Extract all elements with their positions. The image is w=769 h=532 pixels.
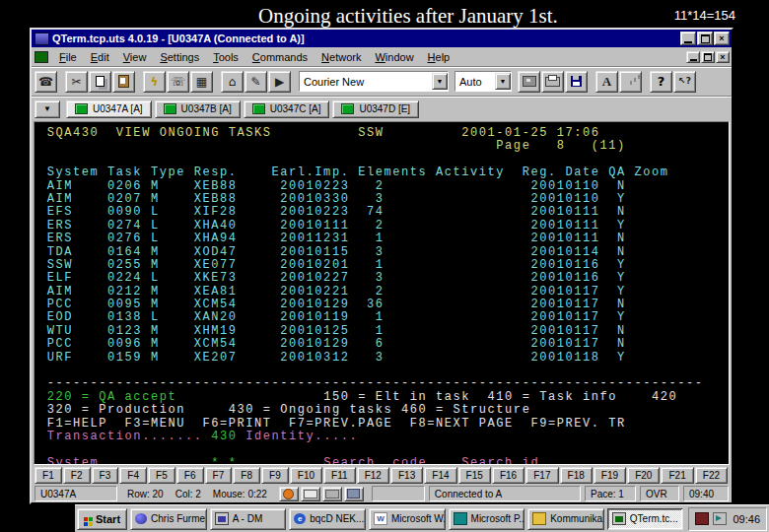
fkey-button-f17[interactable]: F17 bbox=[525, 467, 558, 484]
connect-icon[interactable]: ☎ bbox=[35, 71, 57, 93]
status-row: Row: 20 bbox=[121, 489, 170, 499]
fkey-button-f15[interactable]: F15 bbox=[458, 467, 491, 484]
size-select[interactable]: Auto ▼ bbox=[454, 71, 512, 92]
size-select-arrow-icon[interactable]: ▼ bbox=[495, 73, 511, 90]
terminal-line: PCC 0095 M XCM54 20010129 36 20010117 N bbox=[38, 299, 729, 311]
copy-icon[interactable] bbox=[89, 71, 111, 93]
close-button[interactable]: × bbox=[714, 32, 730, 45]
fkey-button-f7[interactable]: F7 bbox=[205, 467, 233, 484]
transfer-icon[interactable] bbox=[518, 71, 540, 93]
size-select-value: Auto bbox=[455, 76, 495, 88]
function-key-bar: F1F2F3F4F5F6F7F8F9F10F11F12F13F14F15F16F… bbox=[32, 465, 732, 485]
mdi-minimize-button[interactable] bbox=[686, 51, 700, 63]
menu-item-tools[interactable]: Tools bbox=[206, 49, 245, 65]
session-tab-label: U0347A [A] bbox=[93, 103, 143, 114]
print-status-icon[interactable] bbox=[322, 487, 342, 501]
phone-icon[interactable]: ☏ bbox=[167, 71, 189, 93]
fkey-button-f1[interactable]: F1 bbox=[35, 467, 62, 484]
edit-icon[interactable]: ✎ bbox=[245, 71, 267, 93]
fkey-button-f3[interactable]: F3 bbox=[92, 467, 119, 484]
fkey-button-f12[interactable]: F12 bbox=[357, 467, 389, 484]
slide-title: Ongoing activities after January 1st. bbox=[258, 4, 558, 29]
context-help-icon[interactable]: ↖? bbox=[673, 71, 696, 93]
status-bar: U0347A Row: 20 Col: 2 Mouse: 0:22 Connec… bbox=[32, 485, 732, 502]
task-button-qterm[interactable]: QTerm.tc... bbox=[607, 508, 684, 530]
fkey-button-f5[interactable]: F5 bbox=[148, 467, 175, 484]
task-button-label: Kommunika... bbox=[550, 513, 604, 524]
start-button-label: Start bbox=[96, 513, 120, 525]
font-select-arrow-icon[interactable]: ▼ bbox=[432, 73, 448, 90]
keyboard-status-icon[interactable] bbox=[301, 487, 320, 501]
menu-item-commands[interactable]: Commands bbox=[245, 49, 315, 65]
poll-status-icon[interactable] bbox=[279, 487, 299, 501]
font-select[interactable]: Courier New ▼ bbox=[299, 71, 449, 92]
fkey-button-f10[interactable]: F10 bbox=[290, 467, 322, 484]
menu-item-help[interactable]: Help bbox=[421, 49, 457, 65]
fkey-button-f19[interactable]: F19 bbox=[594, 467, 626, 484]
terminal-screen[interactable]: SQA430 VIEW ONGOING TASKS SSW 2001-01-25… bbox=[34, 121, 730, 465]
fkey-button-f9[interactable]: F9 bbox=[261, 467, 289, 484]
paste-icon[interactable] bbox=[112, 71, 135, 93]
terminal-line: URF 0159 M XE207 20010312 3 20010118 Y bbox=[38, 352, 729, 365]
fkey-button-f18[interactable]: F18 bbox=[560, 467, 593, 484]
session-tab-u0347b[interactable]: U0347B [A] bbox=[155, 100, 241, 118]
menu-item-window[interactable]: Window bbox=[368, 49, 420, 65]
mdi-child-icon[interactable] bbox=[35, 51, 48, 63]
font-icon[interactable]: A bbox=[595, 71, 618, 93]
status-pace: Pace: 1 bbox=[585, 486, 636, 501]
mdi-close-button[interactable]: × bbox=[716, 51, 730, 63]
task-button-label: A - DM bbox=[233, 513, 263, 524]
qterm-icon bbox=[612, 512, 626, 525]
network-tray-icon[interactable] bbox=[695, 512, 709, 525]
menu-bar: FileEditViewSettingsToolsCommandsNetwork… bbox=[32, 47, 732, 67]
minimize-button[interactable] bbox=[680, 32, 696, 45]
volume-tray-icon[interactable] bbox=[713, 512, 727, 525]
fkey-button-f22[interactable]: F22 bbox=[695, 467, 728, 484]
chart-icon[interactable] bbox=[619, 71, 642, 93]
fkey-button-f21[interactable]: F21 bbox=[661, 467, 693, 484]
terminal-line: EOD 0138 L XAN20 20010119 1 20010117 Y bbox=[38, 311, 729, 324]
menu-item-settings[interactable]: Settings bbox=[153, 49, 206, 65]
menu-item-file[interactable]: File bbox=[52, 49, 84, 65]
menu-item-edit[interactable]: Edit bbox=[84, 49, 116, 65]
restore-button[interactable] bbox=[697, 32, 713, 45]
status-mouse: Mouse: 0:22 bbox=[207, 489, 273, 499]
fkey-button-f2[interactable]: F2 bbox=[63, 467, 91, 484]
task-button-folder[interactable]: Kommunika... bbox=[527, 508, 604, 530]
session-tab-u0347a[interactable]: U0347A [A] bbox=[66, 100, 152, 118]
play-icon[interactable]: ▶ bbox=[268, 71, 291, 93]
fkey-button-f20[interactable]: F20 bbox=[627, 467, 660, 484]
fkey-button-f14[interactable]: F14 bbox=[424, 467, 456, 484]
fkey-button-f8[interactable]: F8 bbox=[233, 467, 260, 484]
print-icon[interactable] bbox=[541, 71, 564, 93]
fkey-button-f11[interactable]: F11 bbox=[323, 467, 356, 484]
terminal-line: AIM 0206 M XEB88 20010223 2 20010110 N bbox=[38, 180, 729, 193]
terminal-line bbox=[38, 154, 729, 166]
save-icon[interactable] bbox=[565, 71, 588, 93]
cut-icon[interactable]: ✂ bbox=[65, 71, 88, 93]
session-tab-u0347d[interactable]: U0347D [E] bbox=[332, 100, 419, 118]
fkey-button-f13[interactable]: F13 bbox=[390, 467, 423, 484]
app-icon bbox=[35, 33, 49, 45]
help-icon[interactable]: ? bbox=[650, 71, 672, 93]
menu-item-view[interactable]: View bbox=[116, 49, 154, 65]
session-list-dropdown[interactable]: ▼ bbox=[35, 100, 60, 118]
task-button-ie[interactable]: ebqcD NEK... bbox=[289, 508, 366, 530]
terminal-line: WTU 0123 M XHM19 20010125 1 20010117 N bbox=[38, 325, 729, 338]
session-tab-bar: ▼ U0347A [A]U0347B [A]U0347C [A]U0347D [… bbox=[32, 97, 732, 121]
task-button-globe[interactable]: Chris Furme... bbox=[130, 508, 207, 530]
quick-connect-icon[interactable]: ϟ bbox=[143, 71, 166, 93]
task-button-word[interactable]: WMicrosoft W... bbox=[369, 508, 446, 530]
setup-icon[interactable]: ▦ bbox=[190, 71, 213, 93]
session-tab-u0347c[interactable]: U0347C [A] bbox=[244, 100, 330, 118]
fkey-button-f6[interactable]: F6 bbox=[176, 467, 204, 484]
menu-item-network[interactable]: Network bbox=[315, 49, 368, 65]
mdi-restore-button[interactable] bbox=[701, 51, 715, 63]
home-icon[interactable]: ⌂ bbox=[221, 71, 244, 93]
capture-status-icon[interactable] bbox=[344, 487, 364, 501]
fkey-button-f4[interactable]: F4 bbox=[119, 467, 147, 484]
task-button-terminal[interactable]: A - DM bbox=[210, 508, 287, 530]
start-button[interactable]: Start bbox=[77, 508, 127, 530]
task-button-powerpoint[interactable]: Microsoft P... bbox=[449, 508, 525, 530]
fkey-button-f16[interactable]: F16 bbox=[492, 467, 524, 484]
